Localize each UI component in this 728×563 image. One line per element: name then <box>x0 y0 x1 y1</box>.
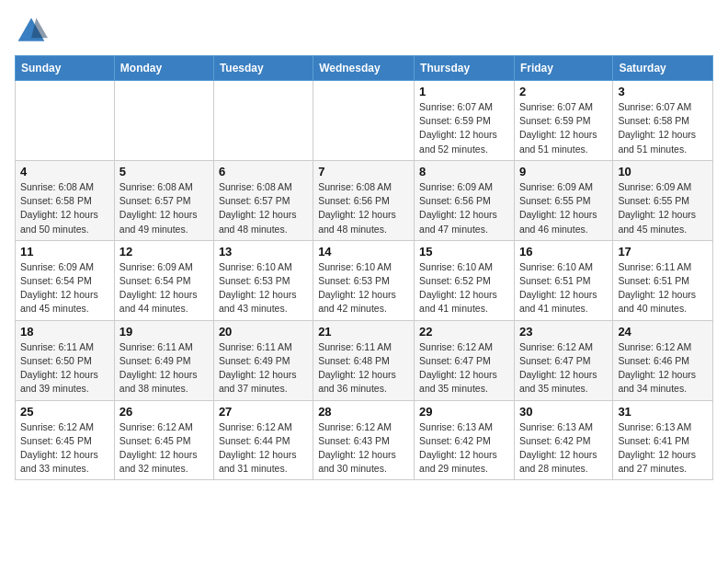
calendar-day-cell: 3Sunrise: 6:07 AM Sunset: 6:58 PM Daylig… <box>613 81 713 161</box>
day-info: Sunrise: 6:08 AM Sunset: 6:58 PM Dayligh… <box>20 180 109 236</box>
day-info: Sunrise: 6:09 AM Sunset: 6:54 PM Dayligh… <box>119 260 209 316</box>
day-number: 8 <box>419 165 509 178</box>
calendar-day-cell: 31Sunrise: 6:13 AM Sunset: 6:41 PM Dayli… <box>613 400 713 480</box>
calendar-day-cell: 26Sunrise: 6:12 AM Sunset: 6:45 PM Dayli… <box>114 400 213 480</box>
day-number: 3 <box>618 85 708 98</box>
day-number: 17 <box>618 245 708 259</box>
day-info: Sunrise: 6:09 AM Sunset: 6:54 PM Dayligh… <box>20 260 109 316</box>
day-number: 14 <box>318 245 409 259</box>
day-number: 6 <box>219 165 308 178</box>
page-header <box>15 15 713 48</box>
day-number: 29 <box>419 405 509 419</box>
calendar-day-cell: 21Sunrise: 6:11 AM Sunset: 6:48 PM Dayli… <box>313 320 415 400</box>
calendar-day-cell: 22Sunrise: 6:12 AM Sunset: 6:47 PM Dayli… <box>415 320 515 400</box>
day-info: Sunrise: 6:12 AM Sunset: 6:44 PM Dayligh… <box>219 420 308 477</box>
calendar-day-cell: 16Sunrise: 6:10 AM Sunset: 6:51 PM Dayli… <box>514 240 612 320</box>
day-number: 2 <box>519 85 608 98</box>
day-info: Sunrise: 6:12 AM Sunset: 6:47 PM Dayligh… <box>519 340 608 396</box>
calendar-day-cell: 25Sunrise: 6:12 AM Sunset: 6:45 PM Dayli… <box>16 400 115 480</box>
calendar-day-cell: 20Sunrise: 6:11 AM Sunset: 6:49 PM Dayli… <box>213 320 313 400</box>
calendar-day-cell: 17Sunrise: 6:11 AM Sunset: 6:51 PM Dayli… <box>613 240 713 320</box>
day-number: 25 <box>20 405 109 419</box>
calendar-table: SundayMondayTuesdayWednesdayThursdayFrid… <box>15 55 713 480</box>
day-info: Sunrise: 6:07 AM Sunset: 6:58 PM Dayligh… <box>618 100 708 156</box>
calendar-day-cell: 24Sunrise: 6:12 AM Sunset: 6:46 PM Dayli… <box>613 320 713 400</box>
calendar-day-cell: 9Sunrise: 6:09 AM Sunset: 6:55 PM Daylig… <box>514 160 612 240</box>
day-info: Sunrise: 6:13 AM Sunset: 6:41 PM Dayligh… <box>618 420 708 477</box>
day-number: 27 <box>219 405 308 419</box>
day-info: Sunrise: 6:09 AM Sunset: 6:55 PM Dayligh… <box>519 180 608 236</box>
day-info: Sunrise: 6:07 AM Sunset: 6:59 PM Dayligh… <box>419 100 509 156</box>
logo <box>15 15 53 48</box>
day-number: 12 <box>119 245 209 259</box>
day-info: Sunrise: 6:09 AM Sunset: 6:55 PM Dayligh… <box>618 180 708 236</box>
day-number: 31 <box>618 405 708 419</box>
calendar-day-cell <box>313 81 415 161</box>
day-number: 9 <box>519 165 608 178</box>
day-info: Sunrise: 6:12 AM Sunset: 6:45 PM Dayligh… <box>119 420 209 477</box>
day-number: 13 <box>219 245 308 259</box>
day-number: 5 <box>119 165 209 178</box>
calendar-day-cell: 7Sunrise: 6:08 AM Sunset: 6:56 PM Daylig… <box>313 160 415 240</box>
calendar-week-row: 11Sunrise: 6:09 AM Sunset: 6:54 PM Dayli… <box>16 240 713 320</box>
calendar-day-cell: 13Sunrise: 6:10 AM Sunset: 6:53 PM Dayli… <box>213 240 313 320</box>
calendar-day-cell: 4Sunrise: 6:08 AM Sunset: 6:58 PM Daylig… <box>16 160 115 240</box>
day-number: 16 <box>519 245 608 259</box>
calendar-day-cell: 29Sunrise: 6:13 AM Sunset: 6:42 PM Dayli… <box>415 400 515 480</box>
day-number: 4 <box>20 165 109 178</box>
day-info: Sunrise: 6:10 AM Sunset: 6:52 PM Dayligh… <box>419 260 509 316</box>
day-info: Sunrise: 6:11 AM Sunset: 6:49 PM Dayligh… <box>219 340 308 396</box>
day-info: Sunrise: 6:12 AM Sunset: 6:45 PM Dayligh… <box>20 420 109 477</box>
day-info: Sunrise: 6:12 AM Sunset: 6:43 PM Dayligh… <box>318 420 409 477</box>
day-number: 7 <box>318 165 409 178</box>
calendar-day-cell: 6Sunrise: 6:08 AM Sunset: 6:57 PM Daylig… <box>213 160 313 240</box>
day-number: 26 <box>119 405 209 419</box>
calendar-day-cell <box>16 81 115 161</box>
day-info: Sunrise: 6:10 AM Sunset: 6:53 PM Dayligh… <box>219 260 308 316</box>
calendar-day-cell: 2Sunrise: 6:07 AM Sunset: 6:59 PM Daylig… <box>514 81 612 161</box>
day-info: Sunrise: 6:12 AM Sunset: 6:46 PM Dayligh… <box>618 340 708 396</box>
calendar-week-row: 25Sunrise: 6:12 AM Sunset: 6:45 PM Dayli… <box>16 400 713 480</box>
calendar-day-cell: 1Sunrise: 6:07 AM Sunset: 6:59 PM Daylig… <box>415 81 515 161</box>
calendar-day-cell: 23Sunrise: 6:12 AM Sunset: 6:47 PM Dayli… <box>514 320 612 400</box>
calendar-day-cell: 18Sunrise: 6:11 AM Sunset: 6:50 PM Dayli… <box>16 320 115 400</box>
day-info: Sunrise: 6:11 AM Sunset: 6:51 PM Dayligh… <box>618 260 708 316</box>
day-of-week-header: Tuesday <box>213 56 313 81</box>
calendar-day-cell: 5Sunrise: 6:08 AM Sunset: 6:57 PM Daylig… <box>114 160 213 240</box>
day-number: 22 <box>419 325 509 339</box>
day-number: 11 <box>20 245 109 259</box>
calendar-day-cell: 11Sunrise: 6:09 AM Sunset: 6:54 PM Dayli… <box>16 240 115 320</box>
calendar-day-cell <box>114 81 213 161</box>
day-of-week-header: Friday <box>514 56 612 81</box>
day-info: Sunrise: 6:10 AM Sunset: 6:51 PM Dayligh… <box>519 260 608 316</box>
calendar-day-cell: 12Sunrise: 6:09 AM Sunset: 6:54 PM Dayli… <box>114 240 213 320</box>
day-info: Sunrise: 6:11 AM Sunset: 6:49 PM Dayligh… <box>119 340 209 396</box>
day-of-week-header: Sunday <box>16 56 115 81</box>
day-number: 15 <box>419 245 509 259</box>
calendar-day-cell: 30Sunrise: 6:13 AM Sunset: 6:42 PM Dayli… <box>514 400 612 480</box>
day-info: Sunrise: 6:09 AM Sunset: 6:56 PM Dayligh… <box>419 180 509 236</box>
day-number: 10 <box>618 165 708 178</box>
calendar-day-cell: 14Sunrise: 6:10 AM Sunset: 6:53 PM Dayli… <box>313 240 415 320</box>
day-info: Sunrise: 6:13 AM Sunset: 6:42 PM Dayligh… <box>519 420 608 477</box>
day-number: 30 <box>519 405 608 419</box>
day-number: 24 <box>618 325 708 339</box>
day-of-week-header: Thursday <box>415 56 515 81</box>
day-info: Sunrise: 6:08 AM Sunset: 6:56 PM Dayligh… <box>318 180 409 236</box>
day-info: Sunrise: 6:11 AM Sunset: 6:48 PM Dayligh… <box>318 340 409 396</box>
day-info: Sunrise: 6:07 AM Sunset: 6:59 PM Dayligh… <box>519 100 608 156</box>
calendar-day-cell: 27Sunrise: 6:12 AM Sunset: 6:44 PM Dayli… <box>213 400 313 480</box>
day-info: Sunrise: 6:08 AM Sunset: 6:57 PM Dayligh… <box>219 180 308 236</box>
day-of-week-header: Wednesday <box>313 56 415 81</box>
day-number: 20 <box>219 325 308 339</box>
logo-icon <box>15 15 48 48</box>
calendar-day-cell: 8Sunrise: 6:09 AM Sunset: 6:56 PM Daylig… <box>415 160 515 240</box>
svg-marker-1 <box>31 18 48 39</box>
day-number: 23 <box>519 325 608 339</box>
day-info: Sunrise: 6:12 AM Sunset: 6:47 PM Dayligh… <box>419 340 509 396</box>
calendar-day-cell: 10Sunrise: 6:09 AM Sunset: 6:55 PM Dayli… <box>613 160 713 240</box>
calendar-day-cell <box>213 81 313 161</box>
calendar-week-row: 4Sunrise: 6:08 AM Sunset: 6:58 PM Daylig… <box>16 160 713 240</box>
day-info: Sunrise: 6:11 AM Sunset: 6:50 PM Dayligh… <box>20 340 109 396</box>
day-number: 19 <box>119 325 209 339</box>
